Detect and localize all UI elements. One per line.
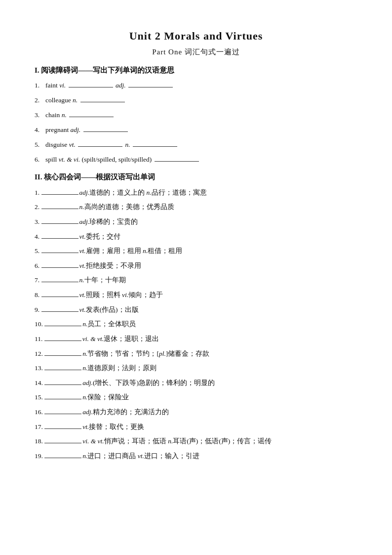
section2-item-8: 8. vt.照顾；照料 vi.倾向；趋于 [35,289,357,301]
section2-item-16: 16. adj.精力充沛的；充满活力的 [35,406,357,418]
section2-item-15: 15. n.保险；保险业 [35,391,357,403]
section2-item-17: 17. vt.接替；取代；更换 [35,421,357,433]
section2-item-2: 2. n.高尚的道德；美德；优秀品质 [35,201,357,213]
section2-item-4: 4. vt.委托；交付 [35,231,357,243]
section1-item-1: 1. faint vi. adj. [35,80,357,91]
section1-item-6: 6. spill vt. & vi. (spilt/spilled, spilt… [35,154,357,166]
section2: II. 核心四会词——根据汉语写出单词 1. adj.道德的；道义上的 n.品行… [35,172,357,462]
section1-item-4: 4. pregnant adj. [35,125,357,136]
section2-item-10: 10. n.员工；全体职员 [35,318,357,330]
section1-header: I. 阅读障碍词——写出下列单词的汉语意思 [35,66,357,75]
section2-item-14: 14. adj.(增长、下跌等)急剧的；锋利的；明显的 [35,377,357,389]
page-title: Unit 2 Morals and Virtues [35,30,357,43]
section2-item-11: 11. vi. & vt.退休；退职；退出 [35,333,357,345]
part-title: Part One 词汇句式一遍过 [35,47,357,57]
section2-item-7: 7. n.十年；十年期 [35,274,357,286]
section2-item-1: 1. adj.道德的；道义上的 n.品行；道德；寓意 [35,187,357,199]
section2-item-3: 3. adj.珍稀的；宝贵的 [35,216,357,228]
section2-item-12: 12. n.节省物；节省；节约；[pl.]储蓄金；存款 [35,348,357,360]
section2-item-5: 5. vt.雇佣；雇用；租用 n.租借；租用 [35,245,357,257]
section2-item-18: 18. vi. & vt.悄声说；耳语；低语 n.耳语(声)；低语(声)；传言；… [35,435,357,447]
section2-item-9: 9. vt.发表(作品)；出版 [35,304,357,316]
section1-item-3: 3. chain n. [35,110,357,121]
section2-item-6: 6. vt.拒绝接受；不录用 [35,260,357,272]
section2-item-19: 19. n.进口；进口商品 vt.进口；输入；引进 [35,450,357,462]
section2-header: II. 核心四会词——根据汉语写出单词 [35,172,357,182]
section1-item-2: 2. colleague n. [35,95,357,106]
section1-item-5: 5. disguise vt. n. [35,139,357,151]
section2-item-13: 13. n.道德原则；法则；原则 [35,362,357,374]
